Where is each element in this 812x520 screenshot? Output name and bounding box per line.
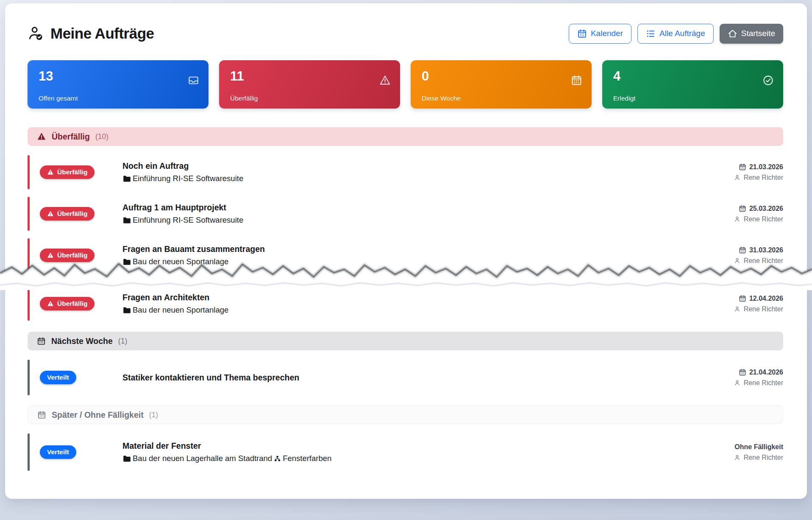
due-date-label: 12.04.2026 (749, 295, 783, 302)
task-project: Bau der neuen Sportanlage (122, 305, 734, 315)
calendar-icon (37, 411, 46, 419)
stat-card-overdue[interactable]: 11 Überfällig (219, 60, 400, 109)
calendar-icon (739, 163, 746, 171)
task-title: Statiker kontaktieren und Thema besprech… (122, 373, 734, 383)
task-title: Fragen an Architekten (122, 293, 734, 302)
person-icon (734, 257, 741, 264)
status-badge-label: Überfällig (57, 210, 87, 218)
warning-icon (47, 300, 54, 307)
check-circle-icon (762, 75, 774, 86)
task-project-label: Einführung RI-SE Softwaresuite (133, 215, 243, 225)
due-date: 31.03.2026 (734, 246, 783, 254)
row-accent (28, 197, 30, 231)
person-icon (734, 305, 741, 313)
status-badge: Verteilt (40, 445, 76, 459)
task-title: Material der Fenster (122, 441, 734, 451)
calendar-icon (739, 246, 746, 254)
status-badge: Verteilt (40, 371, 76, 384)
user-check-icon (28, 25, 44, 42)
task-project: Bau der neuen Sportanlage (122, 257, 734, 266)
assignee-label: Rene Richter (744, 305, 783, 313)
assignee: Rene Richter (734, 379, 783, 387)
assignee-label: Rene Richter (744, 174, 783, 182)
row-accent (28, 360, 30, 395)
folder-icon (122, 216, 131, 225)
due-date-label: Ohne Fälligkeit (734, 443, 783, 451)
task-project-label: Einführung RI-SE Softwaresuite (133, 174, 243, 183)
stat-value: 4 (613, 70, 774, 83)
stat-card-done[interactable]: 4 Erledigt (602, 60, 783, 109)
person-icon (734, 174, 741, 181)
task-row[interactable]: Überfällig Auftrag 1 am Hauptprojekt Ein… (28, 196, 783, 232)
home-button-label: Startseite (741, 29, 775, 38)
task-row[interactable]: Überfällig Noch ein Auftrag Einführung R… (28, 154, 783, 190)
calendar-icon (739, 369, 746, 376)
all-orders-button-label: Alle Aufträge (659, 29, 705, 38)
task-title: Auftrag 1 am Hauptprojekt (122, 203, 734, 212)
task-row[interactable]: Verteilt Material der Fenster Bau der ne… (28, 433, 783, 472)
status-badge: Überfällig (40, 207, 95, 221)
folder-icon (122, 257, 131, 266)
task-title: Noch ein Auftrag (122, 161, 734, 171)
assignee-label: Rene Richter (744, 454, 783, 461)
calendar-icon (577, 29, 587, 39)
assignee-label: Rene Richter (744, 215, 783, 223)
due-date-label: 21.04.2026 (749, 369, 783, 376)
due-date-label: 31.03.2026 (749, 246, 783, 254)
stats-row: 13 Offen gesamt 11 Überfällig 0 Diese Wo… (28, 60, 783, 109)
all-orders-button[interactable]: Alle Aufträge (637, 24, 714, 44)
due-date: 12.04.2026 (734, 295, 783, 302)
calendar-icon (739, 205, 746, 212)
row-accent (28, 433, 30, 471)
task-project-label: Bau der neuen Sportanlage (133, 257, 228, 266)
warning-icon (47, 252, 54, 259)
status-badge: Überfällig (40, 297, 95, 310)
status-badge-label: Überfällig (57, 300, 87, 308)
status-badge: Überfällig (40, 165, 95, 179)
folder-icon (122, 174, 131, 183)
task-title: Fragen an Bauamt zusammentragen (122, 244, 734, 254)
folder-icon (122, 454, 131, 463)
due-date: 21.03.2026 (734, 163, 783, 171)
due-date-label: 21.03.2026 (749, 163, 783, 171)
page-title: Meine Aufträge (50, 25, 154, 42)
stat-label: Erledigt (613, 95, 636, 102)
person-icon (734, 379, 741, 386)
stat-card-open-total[interactable]: 13 Offen gesamt (28, 60, 209, 109)
due-date: 21.04.2026 (734, 369, 783, 376)
calendar-icon (571, 75, 582, 86)
task-project: Bau der neuen Lagerhalle am Stadtrand Fe… (122, 454, 734, 463)
sitemap-icon (274, 456, 281, 462)
stat-value: 11 (230, 70, 391, 83)
status-badge-label: Verteilt (47, 374, 69, 381)
due-date: 25.03.2026 (734, 205, 783, 212)
home-button[interactable]: Startseite (720, 24, 783, 44)
list-icon (646, 29, 656, 39)
task-project: Einführung RI-SE Softwaresuite (122, 174, 734, 183)
task-row[interactable]: Verteilt Statiker kontaktieren und Thema… (28, 359, 783, 396)
task-subproject-label: Fensterfarben (283, 454, 331, 463)
stat-label: Offen gesamt (39, 95, 78, 102)
stat-card-this-week[interactable]: 0 Diese Woche (411, 60, 592, 109)
folder-icon (122, 306, 131, 315)
warning-icon (47, 169, 54, 176)
assignee: Rene Richter (734, 174, 783, 182)
stat-label: Überfällig (230, 95, 258, 102)
assignee: Rene Richter (734, 215, 783, 223)
section-title: Nächste Woche (51, 336, 113, 346)
assignee: Rene Richter (734, 454, 783, 461)
status-badge-label: Verteilt (47, 448, 69, 456)
calendar-button[interactable]: Kalender (569, 24, 631, 44)
section-count: (1) (149, 411, 158, 419)
warning-icon (379, 75, 391, 86)
stat-value: 0 (422, 70, 582, 83)
person-icon (734, 215, 741, 223)
task-row[interactable]: Überfällig Fragen an Architekten Bau der… (28, 286, 783, 322)
section-header-later: Später / Ohne Fälligkeit (1) (28, 405, 783, 424)
warning-icon (47, 210, 54, 217)
person-icon (734, 454, 741, 461)
task-row[interactable]: Überfällig Fragen an Bauamt zusammentrag… (28, 238, 783, 273)
row-accent (28, 287, 30, 321)
due-date: Ohne Fälligkeit (734, 443, 783, 451)
stat-value: 13 (39, 70, 199, 83)
